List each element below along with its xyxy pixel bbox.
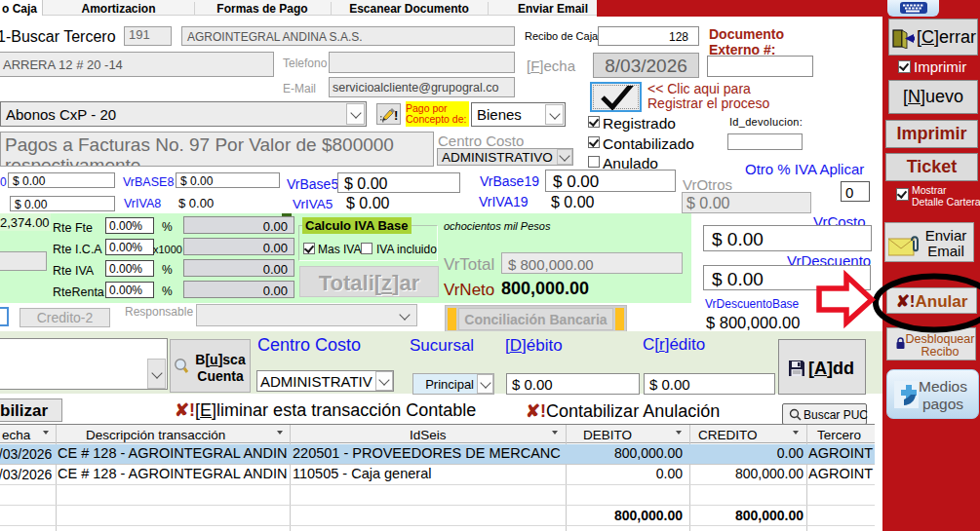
svg-text:!: ! [394, 108, 398, 123]
